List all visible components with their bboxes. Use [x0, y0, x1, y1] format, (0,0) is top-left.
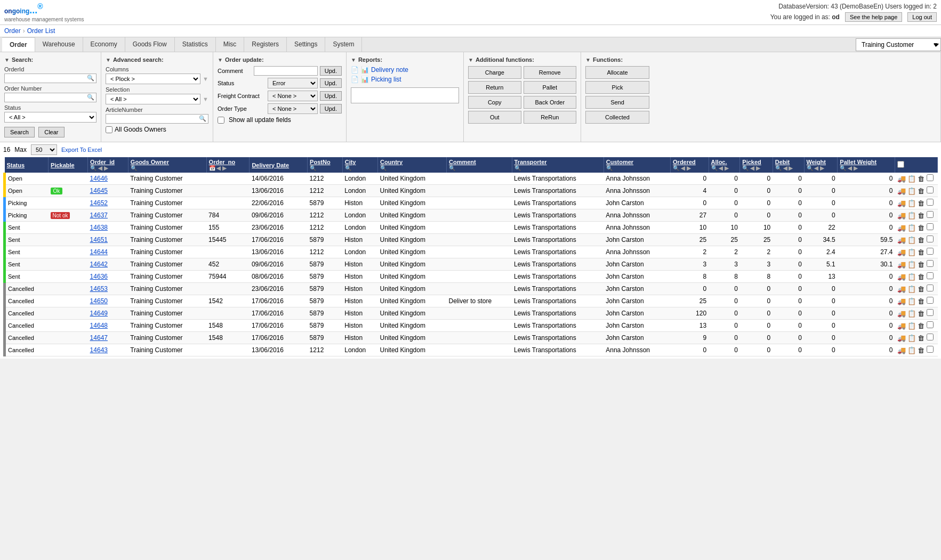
row-checkbox[interactable]: [927, 285, 934, 291]
order-id-link[interactable]: 14649: [90, 310, 108, 317]
order-type-upd-button[interactable]: Upd.: [320, 104, 342, 113]
order-id-link[interactable]: 14645: [90, 187, 108, 194]
edit-icon[interactable]: 📋: [907, 212, 916, 220]
row-checkbox[interactable]: [927, 321, 934, 328]
all-goods-owners-checkbox[interactable]: [106, 126, 112, 133]
order-number-input[interactable]: [4, 93, 96, 102]
edit-icon[interactable]: 📋: [907, 224, 916, 232]
allocate-button[interactable]: Allocate: [585, 66, 649, 79]
collected-button[interactable]: Collected: [585, 111, 649, 124]
delete-icon[interactable]: 🗑: [918, 212, 924, 220]
pallet-button[interactable]: Pallet: [524, 81, 577, 94]
th-order-id[interactable]: Order_id 🔍 ◀ ▶: [88, 157, 128, 173]
truck-icon[interactable]: 🚚: [897, 346, 906, 354]
row-checkbox[interactable]: [927, 199, 934, 206]
edit-icon[interactable]: 📋: [907, 310, 916, 318]
delete-icon[interactable]: 🗑: [918, 224, 924, 232]
order-id-link[interactable]: 14648: [90, 322, 108, 329]
order-id-link[interactable]: 14653: [90, 285, 108, 293]
edit-icon[interactable]: 📋: [907, 248, 916, 256]
th-pallet-weight[interactable]: Pallet Weight 🔍 ◀ ▶: [838, 157, 895, 173]
logout-button[interactable]: Log out: [907, 12, 937, 22]
th-delivery-date[interactable]: Delivery Date: [250, 157, 308, 173]
search-button[interactable]: Search: [4, 127, 35, 137]
max-select[interactable]: 50 100 200: [31, 144, 57, 155]
th-alloc[interactable]: Alloc. 🔍 ◀ ▶: [709, 157, 740, 173]
delete-icon[interactable]: 🗑: [918, 175, 924, 183]
customer-dropdown[interactable]: Training Customer: [856, 38, 941, 51]
rerun-button[interactable]: ReRun: [524, 111, 577, 124]
nav-tab-misc[interactable]: Misc: [216, 37, 245, 52]
delete-icon[interactable]: 🗑: [918, 273, 924, 281]
clear-button[interactable]: Clear: [38, 127, 64, 137]
columns-select[interactable]: < Plock >: [106, 74, 200, 84]
order-id-link[interactable]: 14647: [90, 334, 108, 342]
show-all-checkbox[interactable]: [218, 117, 224, 124]
order-id-link[interactable]: 14650: [90, 297, 108, 305]
th-city[interactable]: City 🔍: [342, 157, 377, 173]
th-ordered[interactable]: Ordered 🔍 ◀ ▶: [671, 157, 709, 173]
order-id-link[interactable]: 14642: [90, 261, 108, 268]
edit-icon[interactable]: 📋: [907, 346, 916, 354]
status-upd-button[interactable]: Upd.: [320, 78, 342, 88]
row-checkbox[interactable]: [927, 174, 934, 181]
orderid-input[interactable]: [4, 74, 96, 83]
delete-icon[interactable]: 🗑: [918, 199, 924, 207]
truck-icon[interactable]: 🚚: [897, 212, 906, 220]
row-checkbox[interactable]: [927, 346, 934, 353]
th-status[interactable]: Status: [5, 157, 49, 173]
edit-icon[interactable]: 📋: [907, 285, 916, 293]
nav-tab-statistics[interactable]: Statistics: [175, 37, 216, 52]
truck-icon[interactable]: 🚚: [897, 310, 906, 318]
order-id-link[interactable]: 14651: [90, 236, 108, 244]
edit-icon[interactable]: 📋: [907, 297, 916, 305]
row-checkbox[interactable]: [927, 186, 934, 193]
th-weight[interactable]: Weight 🔍 ◀ ▶: [804, 157, 838, 173]
edit-icon[interactable]: 📋: [907, 236, 916, 244]
nav-tab-registers[interactable]: Registers: [244, 37, 287, 52]
truck-icon[interactable]: 🚚: [897, 187, 906, 195]
status-upd-select[interactable]: Error: [268, 78, 318, 88]
th-postno[interactable]: PostNo 🔍: [308, 157, 343, 173]
delete-icon[interactable]: 🗑: [918, 187, 924, 195]
edit-icon[interactable]: 📋: [907, 261, 916, 269]
delete-icon[interactable]: 🗑: [918, 322, 924, 330]
truck-icon[interactable]: 🚚: [897, 334, 906, 342]
delivery-note-link[interactable]: 📄 📊 Delivery note: [351, 66, 459, 74]
delete-icon[interactable]: 🗑: [918, 346, 924, 354]
edit-icon[interactable]: 📋: [907, 273, 916, 281]
truck-icon[interactable]: 🚚: [897, 236, 906, 244]
breadcrumb-order-list[interactable]: Order List: [27, 27, 55, 35]
row-checkbox[interactable]: [927, 236, 934, 242]
select-all-checkbox[interactable]: [897, 161, 904, 168]
order-id-link[interactable]: 14644: [90, 248, 108, 256]
th-goods-owner[interactable]: Goods Owner 🔍: [128, 157, 206, 173]
nav-tab-system[interactable]: System: [325, 37, 362, 52]
row-checkbox[interactable]: [927, 272, 934, 279]
delete-icon[interactable]: 🗑: [918, 297, 924, 305]
row-checkbox[interactable]: [927, 211, 934, 218]
back-order-button[interactable]: Back Order: [524, 96, 577, 109]
truck-icon[interactable]: 🚚: [897, 224, 906, 232]
truck-icon[interactable]: 🚚: [897, 322, 906, 330]
truck-icon[interactable]: 🚚: [897, 261, 906, 269]
charge-button[interactable]: Charge: [468, 66, 521, 79]
truck-icon[interactable]: 🚚: [897, 248, 906, 256]
row-checkbox[interactable]: [927, 297, 934, 304]
help-link-button[interactable]: See the help page: [845, 12, 902, 22]
return-button[interactable]: Return: [468, 81, 521, 94]
edit-icon[interactable]: 📋: [907, 187, 916, 195]
truck-icon[interactable]: 🚚: [897, 175, 906, 183]
delete-icon[interactable]: 🗑: [918, 261, 924, 269]
th-country[interactable]: Country 🔍: [378, 157, 447, 173]
th-order-no[interactable]: Order_no 📅 ◀ ▶: [206, 157, 250, 173]
th-comment[interactable]: Comment 🔍: [447, 157, 512, 173]
row-checkbox[interactable]: [927, 334, 934, 340]
edit-icon[interactable]: 📋: [907, 322, 916, 330]
order-id-link[interactable]: 14638: [90, 224, 108, 231]
th-picked[interactable]: Picked 🔍 ◀ ▶: [740, 157, 773, 173]
truck-icon[interactable]: 🚚: [897, 285, 906, 293]
freight-upd-button[interactable]: Upd.: [320, 91, 342, 101]
out-button[interactable]: Out: [468, 111, 521, 124]
comment-input[interactable]: [254, 66, 318, 76]
